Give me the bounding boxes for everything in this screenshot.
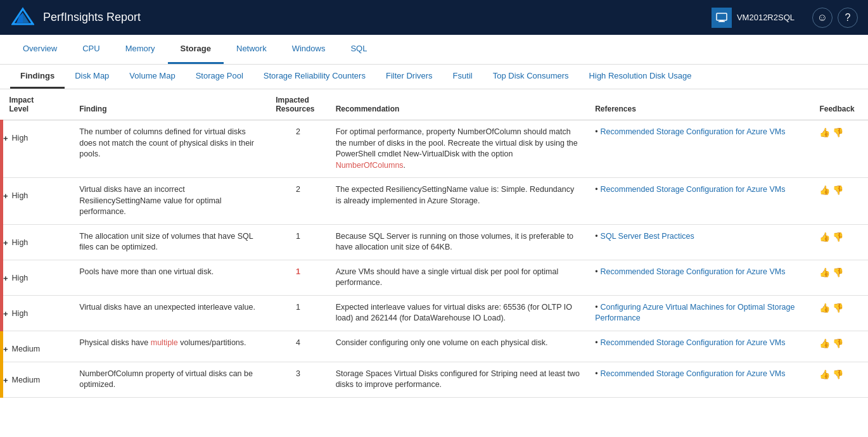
impacted-resources: 2 (268, 120, 328, 178)
finding-text: The number of columns defined for virtua… (72, 120, 268, 178)
thumbs-up-button[interactable]: 👍 (819, 127, 830, 139)
table-row: + Medium NumberOfColumn property of virt… (2, 362, 869, 397)
tab-storage[interactable]: Storage (168, 35, 224, 64)
references-cell: •Recommended Storage Configuration for A… (587, 362, 812, 397)
table-row: + High Virtual disks have an unexpected … (2, 295, 869, 331)
impact-cell: + High (2, 120, 72, 178)
reference-link[interactable]: Recommended Storage Configuration for Az… (601, 267, 786, 276)
thumbs-up-button[interactable]: 👍 (819, 302, 830, 315)
tab-memory[interactable]: Memory (113, 35, 168, 64)
header-action-icons: ☺ ? (812, 8, 858, 28)
impact-label: High (12, 191, 29, 202)
thumbs-down-button[interactable]: 👎 (833, 267, 843, 279)
impacted-resources: 1 (268, 260, 328, 295)
expand-button[interactable]: + (3, 375, 8, 386)
expand-button[interactable]: + (3, 273, 8, 284)
subtab-storage-pool[interactable]: Storage Pool (186, 65, 253, 89)
impact-cell: + High (2, 295, 72, 331)
recommendation-text: Because SQL Server is running on those v… (328, 224, 588, 260)
finding-text: Physical disks have multiple volumes/par… (72, 331, 268, 362)
smiley-icon-btn[interactable]: ☺ (812, 8, 833, 28)
table-row: + Medium Physical disks have multiple vo… (2, 331, 869, 362)
subtab-fsutil[interactable]: Fsutil (443, 65, 483, 89)
thumbs-down-button[interactable]: 👎 (833, 302, 843, 315)
feedback-cell: 👍 👎 (812, 260, 868, 295)
thumbs-down-button[interactable]: 👎 (833, 231, 843, 244)
expand-button[interactable]: + (3, 191, 8, 202)
thumbs-up-button[interactable]: 👍 (819, 231, 830, 244)
feedback-cell: 👍 👎 (812, 331, 868, 362)
table-row: + High Virtual disks have an incorrect R… (2, 178, 869, 225)
impact-cell: + High (2, 178, 72, 225)
help-icon-btn[interactable]: ? (838, 8, 858, 28)
subtab-top-disk-consumers[interactable]: Top Disk Consumers (483, 65, 579, 89)
references-cell: •Configuring Azure Virtual Machines for … (587, 295, 812, 331)
impact-cell: + High (2, 260, 72, 295)
expand-button[interactable]: + (3, 344, 8, 355)
references-cell: •Recommended Storage Configuration for A… (587, 120, 812, 178)
reference-link[interactable]: Recommended Storage Configuration for Az… (601, 338, 786, 347)
subtab-findings[interactable]: Findings (10, 65, 65, 89)
subtab-high-resolution-disk-usage[interactable]: High Resolution Disk Usage (579, 65, 702, 89)
impact-cell: + Medium (2, 331, 72, 362)
subtab-filter-drivers[interactable]: Filter Drivers (376, 65, 443, 89)
impact-label: High (12, 273, 29, 284)
impacted-resources: 2 (268, 178, 328, 225)
thumbs-down-button[interactable]: 👎 (833, 127, 843, 139)
feedback-cell: 👍 👎 (812, 120, 868, 178)
svg-rect-3 (717, 13, 727, 20)
expand-button[interactable]: + (3, 308, 8, 320)
reference-link[interactable]: Recommended Storage Configuration for Az… (601, 185, 786, 194)
col-feedback: Feedback (812, 89, 868, 120)
highlight-text: NumberOfColumns (336, 161, 404, 170)
reference-link[interactable]: Recommended Storage Configuration for Az… (601, 127, 786, 136)
app-title: PerfInsights Report (43, 11, 704, 24)
finding-text: The allocation unit size of volumes that… (72, 224, 268, 260)
thumbs-down-button[interactable]: 👎 (833, 369, 843, 381)
col-impact-level: ImpactLevel (2, 89, 72, 120)
sub-navigation: Findings Disk Map Volume Map Storage Poo… (0, 65, 868, 89)
reference-link[interactable]: Recommended Storage Configuration for Az… (601, 369, 786, 378)
vm-name: VM2012R2SQL (737, 13, 795, 22)
highlight-text: multiple (151, 338, 178, 347)
tab-windows[interactable]: Windows (279, 35, 338, 64)
thumbs-up-button[interactable]: 👍 (819, 338, 830, 350)
tab-sql[interactable]: SQL (338, 35, 380, 64)
expand-button[interactable]: + (3, 133, 8, 144)
feedback-cell: 👍 👎 (812, 178, 868, 225)
recommendation-text: Azure VMs should have a single virtual d… (328, 260, 588, 295)
finding-text: Pools have more than one virtual disk. (72, 260, 268, 295)
impact-label: High (12, 133, 29, 144)
feedback-cell: 👍 👎 (812, 224, 868, 260)
references-cell: •Recommended Storage Configuration for A… (587, 260, 812, 295)
header: PerfInsights Report VM2012R2SQL ☺ ? (0, 0, 868, 35)
tab-cpu[interactable]: CPU (70, 35, 112, 64)
col-finding: Finding (72, 89, 268, 120)
finding-text: Virtual disks have an incorrect Resilien… (72, 178, 268, 225)
table-header-row: ImpactLevel Finding ImpactedResources Re… (2, 89, 869, 120)
feedback-cell: 👍 👎 (812, 295, 868, 331)
findings-table-container: ImpactLevel Finding ImpactedResources Re… (0, 89, 868, 398)
thumbs-down-button[interactable]: 👎 (833, 184, 843, 197)
thumbs-up-button[interactable]: 👍 (819, 184, 830, 197)
impacted-resources: 1 (268, 224, 328, 260)
reference-link[interactable]: Configuring Azure Virtual Machines for O… (595, 303, 795, 323)
thumbs-up-button[interactable]: 👍 (819, 369, 830, 381)
thumbs-up-button[interactable]: 👍 (819, 267, 830, 279)
findings-table: ImpactLevel Finding ImpactedResources Re… (0, 89, 868, 398)
expand-button[interactable]: + (3, 238, 8, 249)
impacted-resources: 4 (268, 331, 328, 362)
feedback-cell: 👍 👎 (812, 362, 868, 397)
tab-overview[interactable]: Overview (10, 35, 70, 64)
subtab-volume-map[interactable]: Volume Map (119, 65, 185, 89)
col-references: References (587, 89, 812, 120)
subtab-disk-map[interactable]: Disk Map (65, 65, 119, 89)
impact-label: High (12, 308, 29, 320)
recommendation-text: For optimal performance, property Number… (328, 120, 588, 178)
reference-link[interactable]: SQL Server Best Practices (601, 232, 694, 241)
table-row: + High Pools have more than one virtual … (2, 260, 869, 295)
thumbs-down-button[interactable]: 👎 (833, 338, 843, 350)
finding-text: Virtual disks have an unexpected interle… (72, 295, 268, 331)
tab-network[interactable]: Network (224, 35, 279, 64)
subtab-storage-reliability-counters[interactable]: Storage Reliability Counters (253, 65, 376, 89)
